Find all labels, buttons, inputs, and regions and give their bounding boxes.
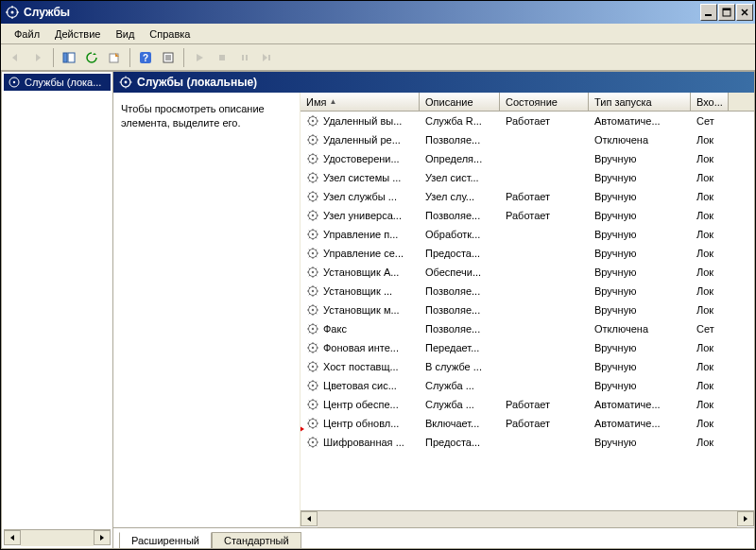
- tree-root-services[interactable]: Службы (лока...: [4, 74, 111, 91]
- service-logon-as: Лок: [691, 170, 729, 185]
- col-status[interactable]: Состояние: [500, 93, 589, 111]
- list-scroll-left-button[interactable]: [301, 511, 318, 526]
- service-row[interactable]: Хост поставщ...В службе ...ВручнуюЛок: [301, 357, 754, 376]
- service-logon-as: Лок: [691, 378, 729, 393]
- service-logon-as: Лок: [691, 208, 729, 223]
- svg-line-100: [316, 237, 317, 238]
- menu-action[interactable]: Действие: [47, 26, 108, 42]
- tree-panel[interactable]: Службы (лока...: [2, 72, 113, 548]
- svg-line-142: [309, 313, 310, 314]
- tree-horizontal-scrollbar[interactable]: [4, 529, 111, 546]
- service-row[interactable]: Установщик м...Позволяе...ВручнуюЛок: [301, 301, 754, 319]
- service-startup-type: Вручную: [589, 227, 691, 242]
- properties-button[interactable]: [158, 47, 179, 68]
- start-service-button: [189, 47, 210, 68]
- menu-file[interactable]: Файл: [7, 26, 47, 42]
- col-startup-type[interactable]: Тип запуска: [589, 93, 691, 111]
- svg-line-132: [309, 294, 310, 295]
- col-description[interactable]: Описание: [420, 93, 500, 111]
- service-row[interactable]: Удаленный ре...Позволяе...ОтключенаЛок: [301, 130, 754, 149]
- service-status: [500, 232, 589, 236]
- svg-line-209: [309, 438, 310, 439]
- service-name: Управление п...: [323, 229, 398, 240]
- svg-line-152: [309, 332, 310, 333]
- svg-line-59: [309, 155, 310, 156]
- services-header-icon: [119, 76, 132, 89]
- tab-standard[interactable]: Стандартный: [212, 532, 301, 548]
- svg-line-129: [309, 287, 310, 288]
- svg-line-71: [316, 174, 317, 175]
- service-logon-as: Сет: [691, 113, 729, 129]
- service-logon-as: Лок: [691, 397, 729, 412]
- svg-point-64: [312, 177, 314, 179]
- service-row[interactable]: Установщик ...Позволяе...ВручнуюЛок: [301, 282, 754, 301]
- maximize-button[interactable]: [718, 4, 735, 21]
- svg-line-190: [316, 407, 317, 408]
- svg-line-109: [309, 249, 310, 250]
- service-status: [500, 308, 589, 312]
- description-hint: Чтобы просмотреть описание элемента, выд…: [121, 102, 292, 131]
- sort-asc-icon: ▲: [329, 97, 336, 106]
- svg-line-70: [316, 180, 317, 181]
- titlebar[interactable]: Службы: [1, 1, 755, 24]
- svg-point-54: [312, 158, 314, 160]
- services-window: Службы Файл Действие Вид Справка ?: [0, 0, 756, 550]
- service-status: [500, 157, 589, 161]
- svg-point-144: [312, 328, 314, 330]
- service-name: Управление се...: [323, 248, 404, 259]
- svg-line-112: [309, 256, 310, 257]
- help-button[interactable]: ?: [135, 47, 156, 68]
- service-status: [500, 346, 589, 350]
- service-row[interactable]: Шифрованная ...Предоста...ВручнуюЛок: [301, 433, 754, 452]
- list-horizontal-scrollbar[interactable]: [301, 510, 754, 527]
- svg-point-134: [312, 309, 314, 311]
- service-logon-as: Лок: [691, 189, 729, 204]
- refresh-button[interactable]: [81, 47, 102, 68]
- svg-line-62: [309, 162, 310, 163]
- menu-view[interactable]: Вид: [108, 26, 142, 42]
- service-row[interactable]: Узел универса...Позволяе...РаботаетВручн…: [301, 206, 754, 225]
- col-logon-as[interactable]: Вхо...: [691, 93, 729, 111]
- svg-line-170: [316, 370, 317, 370]
- restart-service-button: [257, 47, 278, 68]
- col-name[interactable]: Имя ▲: [301, 93, 420, 111]
- service-startup-type: Вручную: [589, 302, 691, 318]
- service-startup-type: Вручную: [589, 435, 691, 450]
- svg-point-164: [312, 366, 314, 368]
- service-row[interactable]: Управление се...Предоста...ВручнуюЛок: [301, 244, 754, 263]
- service-row[interactable]: Центр обеспе...Служба ...РаботаетАвтомат…: [301, 395, 754, 414]
- service-logon-as: Лок: [691, 416, 729, 431]
- service-gear-icon: [306, 152, 319, 165]
- svg-point-27: [125, 81, 128, 84]
- service-row[interactable]: Цветовая сис...Служба ...ВручнуюЛок: [301, 376, 754, 395]
- service-row[interactable]: Центр обновл...Включает...РаботаетАвтома…: [301, 414, 754, 433]
- service-name: Хост поставщ...: [323, 361, 399, 372]
- service-row[interactable]: Узел службы ...Узел слу...РаботаетВручну…: [301, 187, 754, 206]
- svg-line-90: [316, 218, 317, 219]
- list-scroll-right-button[interactable]: [737, 511, 754, 526]
- menu-help[interactable]: Справка: [142, 26, 198, 42]
- svg-rect-23: [268, 55, 270, 60]
- export-button[interactable]: [104, 47, 125, 68]
- svg-rect-11: [63, 53, 67, 62]
- service-description: Служба ...: [420, 397, 500, 412]
- svg-point-114: [312, 271, 314, 273]
- service-row[interactable]: Установщик A...Обеспечи...ВручнуюЛок: [301, 263, 754, 282]
- scroll-right-button[interactable]: [94, 530, 111, 545]
- service-row[interactable]: Узел системы ...Узел сист...ВручнуюЛок: [301, 168, 754, 187]
- minimize-button[interactable]: [700, 4, 717, 21]
- list-body[interactable]: Удаленный вы...Служба R...РаботаетАвтома…: [301, 112, 754, 510]
- svg-rect-6: [705, 14, 712, 16]
- close-button[interactable]: [736, 4, 753, 21]
- service-row[interactable]: Удаленный вы...Служба R...РаботаетАвтома…: [301, 112, 754, 130]
- scroll-left-button[interactable]: [4, 530, 21, 545]
- service-row[interactable]: ФаксПозволяе...ОтключенаСет: [301, 319, 754, 338]
- svg-line-61: [316, 155, 317, 156]
- service-row[interactable]: Удостоверени...Определя...ВручнуюЛок: [301, 149, 754, 168]
- show-hide-tree-button[interactable]: [59, 47, 79, 68]
- service-row[interactable]: Управление п...Обработк...ВручнуюЛок: [301, 225, 754, 244]
- svg-line-99: [309, 231, 310, 232]
- service-row[interactable]: Фоновая инте...Передает...ВручнуюЛок: [301, 338, 754, 357]
- svg-rect-22: [246, 55, 248, 60]
- tab-extended[interactable]: Расширенный: [119, 532, 212, 548]
